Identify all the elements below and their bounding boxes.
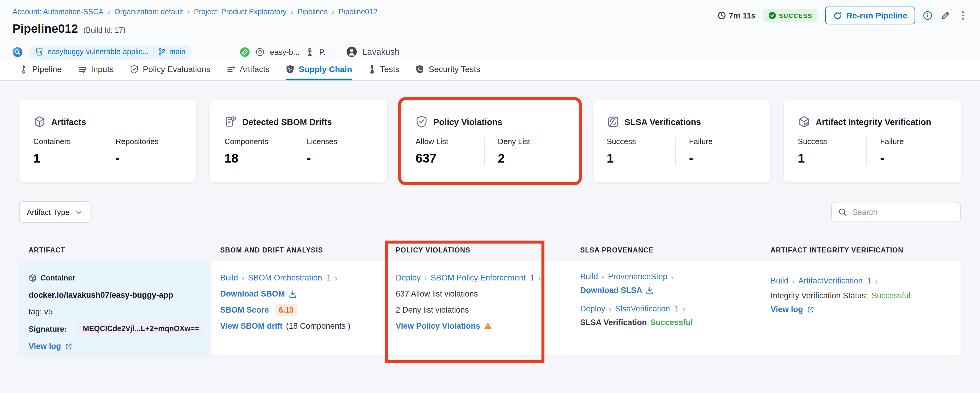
build-id: (Build Id: 17) xyxy=(83,26,126,35)
branch-name[interactable]: main xyxy=(169,48,185,56)
trigger-stand-icon xyxy=(305,47,314,56)
view-log-link[interactable]: View log xyxy=(29,342,61,351)
stat-label: Components xyxy=(224,137,293,146)
view-policy-violations-link[interactable]: View Policy Violations xyxy=(396,321,480,331)
trigger-name: easy-b... xyxy=(270,47,300,56)
chevron-separator: › xyxy=(335,273,337,283)
stat-value: - xyxy=(116,151,186,166)
pipeline-icon xyxy=(20,65,28,73)
check-circle-icon xyxy=(769,12,776,19)
step-link[interactable]: SBOM Policy Enforcement_1 xyxy=(431,273,535,282)
download-icon xyxy=(646,286,654,294)
list-plus-icon xyxy=(226,65,235,73)
download-slsa-link[interactable]: Download SLSA xyxy=(580,286,642,295)
page-header: Account: Automation-SSCA › Organization:… xyxy=(0,0,980,61)
trigger-short: P. xyxy=(319,47,326,56)
meta-divider xyxy=(336,45,336,59)
step-link[interactable]: SlsaVerification_1 xyxy=(615,304,679,313)
chevron-separator: › xyxy=(671,272,674,281)
flask-icon xyxy=(368,65,376,73)
artifact-cell: Container docker.io/lavakush07/easy-bugg… xyxy=(19,261,211,355)
stat-value: 2 xyxy=(498,151,568,166)
tab-tests[interactable]: Tests xyxy=(368,64,399,80)
webhook-trigger-icon xyxy=(240,47,250,57)
stage-link[interactable]: Build xyxy=(770,276,788,285)
download-sbom-link[interactable]: Download SBOM xyxy=(220,289,285,298)
summary-cards: Artifacts Containers1 Repositories- Dete… xyxy=(19,100,961,182)
kebab-menu-icon[interactable] xyxy=(958,10,967,21)
signature-label: Signature: xyxy=(29,324,67,333)
slsa-verification-status: Successful xyxy=(651,318,693,327)
chevron-separator: › xyxy=(609,304,611,313)
sbom-scroll-icon xyxy=(224,115,237,128)
sbom-score-link[interactable]: SBOM Score xyxy=(220,305,269,315)
breadcrumb-project[interactable]: Project: Product Exploratory xyxy=(194,8,286,16)
card-detected-sbom-drifts: Detected SBOM Drifts Components18 Licens… xyxy=(210,100,387,182)
tab-inputs[interactable]: Inputs xyxy=(78,64,114,80)
tab-security-tests[interactable]: Security Tests xyxy=(415,64,480,80)
sbom-score-badge: 6.13 xyxy=(275,304,298,316)
card-slsa-verifications: SLSA Verifications Success1 Failure- xyxy=(592,100,770,182)
column-header-policy-violations: POLICY VIOLATIONS xyxy=(386,246,571,254)
stage-link[interactable]: Build xyxy=(580,272,598,281)
user-name: Lavakush xyxy=(363,47,399,57)
stat-label: Deny List xyxy=(498,137,568,146)
pill-divider xyxy=(153,47,153,56)
allow-list-violations: 637 Allow list violations xyxy=(396,286,561,302)
tab-artifacts[interactable]: Artifacts xyxy=(226,64,270,80)
warning-triangle-icon xyxy=(484,322,492,330)
step-link[interactable]: ArtifactVerification_1 xyxy=(798,276,872,285)
stage-link[interactable]: Build xyxy=(220,273,238,282)
step-link[interactable]: ProvenanceStep xyxy=(608,272,667,281)
stat-value: 637 xyxy=(415,151,484,166)
supply-chain-page: Account: Automation-SSCA › Organization:… xyxy=(0,0,980,393)
tab-supply-chain[interactable]: Supply Chain xyxy=(286,64,352,80)
stat-label: Success xyxy=(607,137,675,146)
step-link[interactable]: SBOM Orchestration_1 xyxy=(248,273,331,282)
deny-list-violations: 2 Deny list violations xyxy=(396,302,561,318)
artifact-type-dropdown[interactable]: Artifact Type xyxy=(19,201,91,223)
info-icon[interactable] xyxy=(923,11,932,20)
download-icon xyxy=(289,290,297,298)
edit-pencil-icon[interactable] xyxy=(940,10,950,21)
policy-violations-cell: Deploy › SBOM Policy Enforcement_1 › 637… xyxy=(386,261,571,355)
container-cube-icon xyxy=(29,273,37,282)
module-icon xyxy=(13,47,22,57)
supply-chain-shield-icon xyxy=(286,65,294,73)
shield-check-icon xyxy=(415,115,428,128)
clock-icon xyxy=(718,11,726,20)
breadcrumb-organization[interactable]: Organization: default xyxy=(114,8,183,16)
breadcrumb-pipeline012[interactable]: Pipeline012 xyxy=(339,8,377,16)
breadcrumb-account[interactable]: Account: Automation-SSCA xyxy=(13,8,103,16)
chevron-separator: › xyxy=(875,276,878,286)
rerun-pipeline-button[interactable]: Re-run Pipeline xyxy=(826,6,915,24)
stat-value: 1 xyxy=(798,151,867,166)
tab-bar: Pipeline Inputs Policy Evaluations Artif… xyxy=(0,61,980,81)
view-sbom-drift-link[interactable]: View SBOM drift xyxy=(220,321,283,331)
security-shield-icon xyxy=(415,65,425,73)
chevron-separator: › xyxy=(242,273,244,283)
stage-link[interactable]: Deploy xyxy=(396,273,421,282)
stage-link[interactable]: Deploy xyxy=(580,304,605,313)
stat-label: Failure xyxy=(689,137,759,146)
slsa-verification-label: SLSA Verification xyxy=(580,318,647,327)
tab-pipeline[interactable]: Pipeline xyxy=(20,64,62,80)
table-header: ARTIFACT SBOM AND DRIFT ANALYSIS POLICY … xyxy=(19,246,961,254)
chevron-separator: › xyxy=(538,273,541,283)
search-input[interactable]: Search xyxy=(831,202,961,222)
page-title: Pipeline012 xyxy=(13,22,78,36)
breadcrumb-separator: › xyxy=(108,7,110,16)
stat-label: Allow List xyxy=(415,137,484,146)
column-header-slsa-provenance: SLSA PROVENANCE xyxy=(571,246,761,254)
pipeline-duration: 7m 11s xyxy=(718,11,756,20)
stat-label: Repositories xyxy=(116,137,186,146)
repo-name[interactable]: easybuggy-vulnerable-applic... xyxy=(48,48,148,56)
view-log-link[interactable]: View log xyxy=(770,305,803,314)
signature-value[interactable]: MEQCICde2Vjl...L+2+mqnOXw== xyxy=(78,322,204,335)
repo-branch-pill: easybuggy-vulnerable-applic... main xyxy=(29,44,192,59)
tab-policy-evaluations[interactable]: Policy Evaluations xyxy=(130,64,210,80)
breadcrumb-pipelines[interactable]: Pipelines xyxy=(298,8,328,16)
search-placeholder: Search xyxy=(852,208,878,216)
integrity-status-value: Successful xyxy=(872,291,910,300)
stat-label: Containers xyxy=(33,137,102,146)
